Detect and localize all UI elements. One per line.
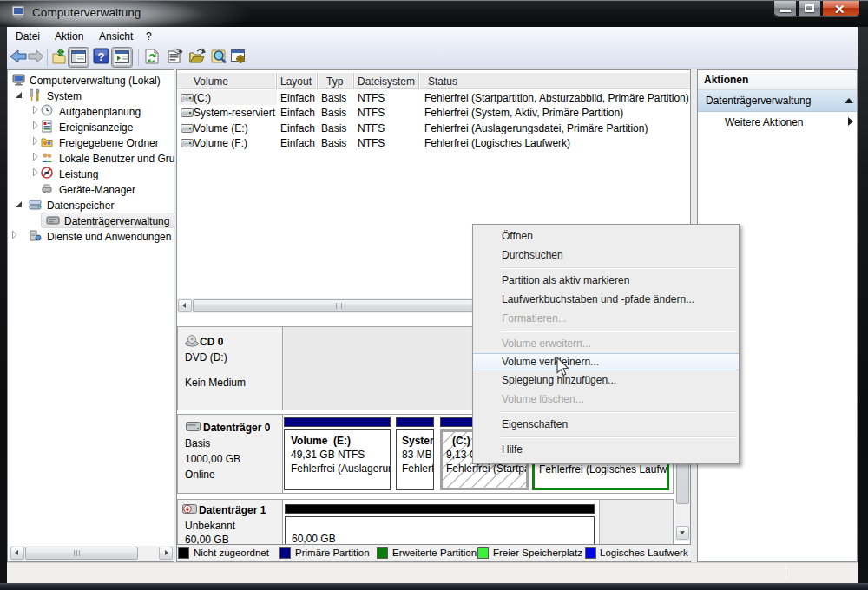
svg-text:?: ? xyxy=(98,50,105,63)
